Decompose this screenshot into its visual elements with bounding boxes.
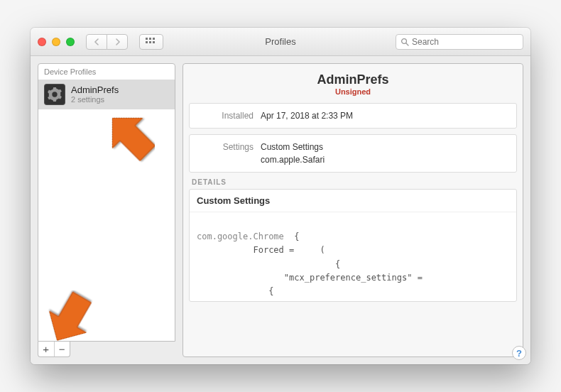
settings-label: Settings <box>197 142 254 152</box>
grid-icon <box>146 38 157 46</box>
search-field[interactable] <box>396 34 523 50</box>
close-window-button[interactable] <box>38 38 46 46</box>
settings-bundle: com.apple.Safari <box>261 155 325 165</box>
gear-icon <box>44 84 65 105</box>
details-box-title: Custom Settings <box>190 190 516 212</box>
svg-rect-4 <box>149 41 151 43</box>
search-icon <box>401 38 409 46</box>
add-profile-button[interactable]: + <box>38 342 55 356</box>
window-body: Device Profiles AdminPrefs 2 settings + … <box>31 56 530 364</box>
chevron-right-icon <box>114 38 121 45</box>
details-header: DETAILS <box>192 178 517 186</box>
remove-profile-button[interactable]: − <box>55 342 70 356</box>
svg-rect-2 <box>153 38 155 40</box>
detail-title: AdminPrefs <box>189 72 517 87</box>
profile-item-adminprefs[interactable]: AdminPrefs 2 settings <box>38 80 175 109</box>
installed-card: Installed Apr 17, 2018 at 2:33 PM <box>189 103 517 129</box>
detail-status: Unsigned <box>189 87 517 96</box>
profiles-list-header: Device Profiles <box>38 64 175 80</box>
details-box: Custom Settings com.google.Chrome { Forc… <box>189 189 517 302</box>
svg-point-6 <box>402 38 407 43</box>
sidebar: Device Profiles AdminPrefs 2 settings + … <box>38 63 175 357</box>
chevron-left-icon <box>94 38 100 45</box>
show-all-button[interactable] <box>139 34 163 50</box>
minimize-window-button[interactable] <box>52 38 60 46</box>
profile-detail: AdminPrefs Unsigned Installed Apr 17, 20… <box>183 63 523 357</box>
details-domain: com.google.Chrome <box>197 232 284 241</box>
zoom-window-button[interactable] <box>66 38 75 46</box>
svg-rect-0 <box>146 38 148 40</box>
profile-item-name: AdminPrefs <box>71 85 119 96</box>
settings-value: Custom Settings <box>261 142 323 152</box>
settings-label-spacer <box>197 155 254 165</box>
sidebar-footer: + − <box>38 342 70 357</box>
preferences-window: Profiles Device Profiles AdminPrefs 2 se… <box>31 28 530 364</box>
svg-rect-1 <box>149 38 151 40</box>
settings-card: Settings Custom Settings com.apple.Safar… <box>189 134 517 173</box>
back-button[interactable] <box>86 34 107 50</box>
titlebar: Profiles <box>31 28 530 56</box>
nav-buttons <box>86 34 128 50</box>
svg-rect-5 <box>153 41 155 43</box>
svg-line-7 <box>406 43 408 45</box>
svg-rect-3 <box>146 41 148 43</box>
forward-button[interactable] <box>107 34 128 50</box>
help-button[interactable]: ? <box>512 346 526 360</box>
traffic-lights <box>38 38 75 46</box>
profiles-list: Device Profiles AdminPrefs 2 settings <box>38 63 175 342</box>
profile-item-subtitle: 2 settings <box>71 95 119 104</box>
installed-label: Installed <box>197 111 254 121</box>
search-input[interactable] <box>412 37 518 47</box>
installed-value: Apr 17, 2018 at 2:33 PM <box>261 111 353 121</box>
profile-item-text: AdminPrefs 2 settings <box>71 85 119 105</box>
